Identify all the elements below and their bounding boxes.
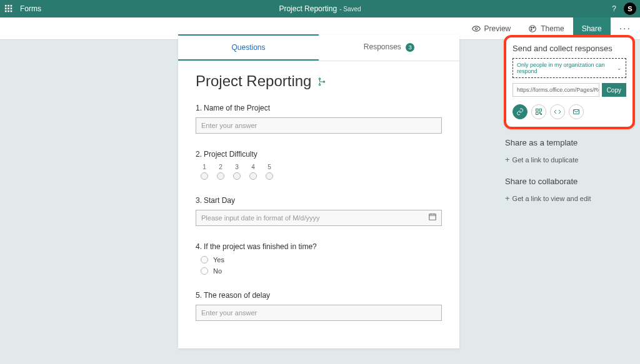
svg-point-12 (533, 27, 534, 28)
rating-option[interactable]: 4 (249, 164, 257, 180)
email-icon[interactable] (569, 104, 584, 119)
svg-rect-2 (11, 5, 12, 7)
qr-code-icon[interactable] (531, 104, 546, 119)
svg-rect-6 (5, 11, 7, 12)
question-1-input[interactable] (196, 117, 442, 134)
rating-option[interactable]: 2 (217, 164, 224, 180)
plus-icon: + (505, 155, 510, 164)
calendar-icon[interactable] (428, 212, 437, 224)
eye-icon (472, 24, 481, 33)
tab-questions[interactable]: Questions (178, 34, 319, 61)
svg-rect-21 (539, 112, 541, 114)
choice-yes[interactable]: Yes (201, 256, 442, 263)
top-bar: Forms Project Reporting - Saved ? S (0, 0, 640, 17)
svg-rect-18 (536, 109, 539, 112)
svg-point-9 (475, 27, 478, 30)
share-template-title: Share as a template (505, 138, 634, 147)
svg-rect-0 (5, 5, 7, 7)
ellipsis-icon: ··· (619, 23, 631, 34)
rating-option[interactable]: 1 (201, 164, 208, 180)
form-title[interactable]: Project Reporting (196, 72, 311, 90)
help-icon[interactable]: ? (612, 4, 616, 13)
share-collaborate-title: Share to collaborate (505, 177, 634, 186)
avatar[interactable]: S (624, 2, 636, 15)
plus-icon: + (505, 194, 510, 203)
tab-responses[interactable]: Responses 3 (319, 35, 459, 61)
svg-rect-3 (5, 7, 7, 9)
svg-point-16 (324, 81, 325, 82)
chevron-down-icon: ⌄ (617, 65, 622, 71)
svg-rect-8 (11, 11, 12, 12)
editor-tabs: Questions Responses 3 (178, 35, 459, 61)
share-link-field[interactable]: https://forms.office.com/Pages/Respon (512, 83, 599, 97)
question-3[interactable]: 3.Start Day (196, 196, 442, 226)
rating-option[interactable]: 5 (266, 164, 273, 180)
question-3-input[interactable] (196, 210, 442, 226)
link-icon[interactable] (512, 104, 528, 119)
question-5[interactable]: 5.The reason of delay (196, 291, 442, 321)
svg-rect-1 (8, 5, 9, 7)
svg-point-11 (531, 27, 532, 28)
svg-point-14 (319, 78, 321, 79)
branching-icon[interactable] (318, 77, 326, 89)
responses-count-badge: 3 (406, 43, 414, 52)
question-5-label: The reason of delay (204, 291, 270, 300)
collect-title: Send and collect responses (512, 44, 626, 53)
svg-rect-20 (536, 112, 539, 115)
svg-point-15 (319, 84, 321, 86)
question-4-label: If the project was finished in time? (204, 242, 317, 251)
rating-option[interactable]: 3 (233, 164, 241, 180)
svg-rect-7 (8, 11, 9, 12)
copy-link-button[interactable]: Copy (602, 83, 626, 97)
svg-rect-17 (429, 214, 436, 220)
question-1-label: Name of the Project (204, 104, 270, 112)
document-title[interactable]: Project Reporting - Saved (279, 4, 361, 13)
question-1[interactable]: 1.Name of the Project (196, 104, 442, 134)
app-name[interactable]: Forms (20, 4, 41, 13)
question-4[interactable]: 4.If the project was finished in time? Y… (196, 242, 442, 275)
svg-rect-19 (539, 109, 542, 112)
svg-rect-22 (541, 114, 542, 115)
send-collect-section: Send and collect responses Only people i… (504, 35, 635, 129)
question-5-input[interactable] (196, 305, 442, 321)
question-2-label: Project Difficulty (204, 150, 258, 159)
choice-no[interactable]: No (201, 267, 442, 275)
doc-name: Project Reporting (279, 4, 337, 13)
get-duplicate-link[interactable]: +Get a link to duplicate (504, 151, 635, 168)
svg-point-13 (531, 29, 532, 30)
svg-point-10 (529, 25, 536, 32)
response-permission-select[interactable]: Only people in my organization can respo… (512, 58, 626, 78)
form-editor-card: Questions Responses 3 Project Reporting … (178, 35, 459, 348)
rating-scale: 1 2 3 4 5 (201, 164, 442, 180)
palette-icon (528, 24, 537, 33)
question-2[interactable]: 2.Project Difficulty 1 2 3 4 5 (196, 150, 442, 180)
embed-icon[interactable] (550, 104, 565, 119)
app-launcher-icon[interactable] (0, 0, 18, 17)
svg-rect-5 (11, 7, 12, 9)
svg-rect-4 (8, 7, 9, 9)
get-collab-link[interactable]: +Get a link to view and edit (504, 190, 635, 207)
save-status: - Saved (339, 6, 361, 12)
share-panel: Send and collect responses Only people i… (504, 35, 635, 207)
question-3-label: Start Day (204, 196, 235, 205)
